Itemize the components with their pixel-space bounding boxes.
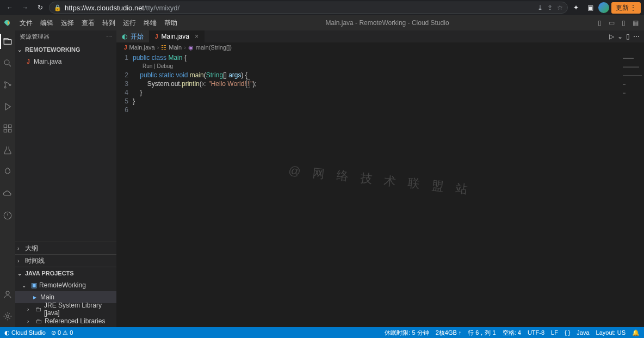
svg-point-0 xyxy=(4,60,9,65)
code-editor[interactable]: 123456 public class Main { Run | Debug p… xyxy=(116,52,644,327)
minimap[interactable]: ▬▬▬▬ ▬▬▬▬▬▬ ▬▬▬▬▬▬▬ ▬ ▬ xyxy=(606,52,644,327)
rocket-icon[interactable] xyxy=(0,164,15,180)
run-dropdown-icon[interactable]: ⌄ xyxy=(617,33,623,40)
lock-icon: 🔒 xyxy=(54,4,61,11)
split-editor-icon[interactable]: ▯ xyxy=(626,33,630,40)
search-icon[interactable] xyxy=(0,56,15,71)
menu-selection[interactable]: 选择 xyxy=(58,17,77,29)
status-cloud[interactable]: ◐ Cloud Studio xyxy=(4,329,46,336)
menu-terminal[interactable]: 终端 xyxy=(140,17,160,29)
svg-rect-7 xyxy=(9,130,11,132)
code-content[interactable]: public class Main { Run | Debug public s… xyxy=(133,52,257,327)
svg-rect-6 xyxy=(4,130,7,132)
line-numbers: 123456 xyxy=(116,52,133,327)
activity-bar xyxy=(0,30,15,327)
gear-icon[interactable] xyxy=(0,309,15,324)
testing-icon[interactable] xyxy=(0,143,15,158)
menu-edit[interactable]: 编辑 xyxy=(37,17,57,29)
svg-point-2 xyxy=(4,87,6,88)
menu-run[interactable]: 运行 xyxy=(120,17,139,29)
svg-rect-5 xyxy=(9,125,11,127)
browser-chrome: ← → ↻ 🔒 https://wx.cloudstudio.net/tty/v… xyxy=(0,0,644,15)
menu-view[interactable]: 查看 xyxy=(78,17,98,29)
status-cursor[interactable]: 行 6，列 1 xyxy=(468,329,496,337)
debug-icon[interactable] xyxy=(0,99,15,114)
jp-ref[interactable]: ›🗀Referenced Libraries xyxy=(15,315,116,327)
install-app-icon[interactable]: ⤓ xyxy=(537,4,543,11)
folder-root[interactable]: ⌄REMOTEWORKING xyxy=(15,44,116,56)
editor-area: ◐开始 JMain.java× ▷ ⌄ ▯ ⋯ JMain.java › ☷Ma… xyxy=(116,30,644,327)
menu-go[interactable]: 转到 xyxy=(99,17,119,29)
layout-secondary-icon[interactable]: ▯ xyxy=(618,19,629,27)
app-logo-icon[interactable] xyxy=(0,19,15,27)
jp-jre[interactable]: ›🗀JRE System Library [java] xyxy=(15,303,116,315)
extensions-icon[interactable]: ✦ xyxy=(570,2,582,14)
svg-point-1 xyxy=(4,82,6,83)
bookmark-icon[interactable]: ☆ xyxy=(557,4,563,11)
sidebar: 资源管理器 ⋯ ⌄REMOTEWORKING JMain.java ›大纲 ›时… xyxy=(15,30,116,327)
window-title: Main.java - RemoteWorking - Cloud Studio xyxy=(181,19,594,27)
more-icon[interactable]: ⋯ xyxy=(106,33,112,40)
reload-button[interactable]: ↻ xyxy=(34,1,47,14)
java-projects-section[interactable]: ⌄JAVA PROJECTS xyxy=(15,267,116,279)
layout-customize-icon[interactable]: ▦ xyxy=(630,19,641,27)
layout-panel-icon[interactable]: ▭ xyxy=(606,19,617,27)
panel-icon[interactable]: ▣ xyxy=(584,2,596,14)
status-layout[interactable]: Layout: US xyxy=(596,329,626,336)
more-actions-icon[interactable]: ⋯ xyxy=(633,33,640,40)
outline-section[interactable]: ›大纲 xyxy=(15,242,116,254)
menu-file[interactable]: 文件 xyxy=(16,17,36,29)
svg-point-9 xyxy=(6,291,9,294)
status-specs[interactable]: 2核4GB ↑ xyxy=(436,329,462,337)
run-button[interactable]: ▷ xyxy=(609,33,614,40)
explorer-icon[interactable] xyxy=(0,34,15,49)
forward-button[interactable]: → xyxy=(18,1,32,14)
layout-primary-icon[interactable]: ▯ xyxy=(594,19,605,27)
svg-rect-4 xyxy=(4,125,7,127)
status-eol[interactable]: LF xyxy=(551,329,558,336)
timeline-section[interactable]: ›时间线 xyxy=(15,255,116,267)
status-lang[interactable]: Java xyxy=(577,329,589,336)
close-icon[interactable]: × xyxy=(195,33,199,40)
menu-bar: 文件 编辑 选择 查看 转到 运行 终端 帮助 xyxy=(15,17,181,29)
breadcrumb[interactable]: JMain.java › ☷Main › ◉main(String[]) xyxy=(116,42,644,52)
tab-bar: ◐开始 JMain.java× ▷ ⌄ ▯ ⋯ xyxy=(116,30,644,42)
status-encoding[interactable]: UTF-8 xyxy=(528,329,544,336)
url-text: https://wx.cloudstudio.net/tty/vmixyd/ xyxy=(65,4,534,12)
status-sleep[interactable]: 休眠时限: 5 分钟 xyxy=(385,329,429,337)
source-control-icon[interactable] xyxy=(0,77,15,93)
share-icon[interactable]: ⇪ xyxy=(547,4,553,11)
status-problems[interactable]: ⊘ 0 ⚠ 0 xyxy=(51,329,73,336)
extensions-view-icon[interactable] xyxy=(0,121,15,136)
sidebar-header: 资源管理器 ⋯ xyxy=(15,30,116,42)
update-button[interactable]: 更新⋮ xyxy=(611,2,641,14)
title-bar: 文件 编辑 选择 查看 转到 运行 终端 帮助 Main.java - Remo… xyxy=(0,15,644,30)
jp-root[interactable]: ⌄▣RemoteWorking xyxy=(15,279,116,291)
address-bar[interactable]: 🔒 https://wx.cloudstudio.net/tty/vmixyd/… xyxy=(49,2,568,14)
codelens[interactable]: Run | Debug xyxy=(133,62,257,71)
notifications-icon[interactable]: 🔔 xyxy=(632,329,640,336)
tab-main-java[interactable]: JMain.java× xyxy=(150,30,205,42)
status-indent[interactable]: 空格: 4 xyxy=(503,329,521,337)
profile-avatar[interactable] xyxy=(598,2,609,13)
menu-help[interactable]: 帮助 xyxy=(161,17,181,29)
status-brackets[interactable]: { } xyxy=(565,329,570,336)
cloud-icon[interactable] xyxy=(0,186,15,201)
account-icon[interactable] xyxy=(0,287,15,302)
status-bar: ◐ Cloud Studio ⊘ 0 ⚠ 0 休眠时限: 5 分钟 2核4GB … xyxy=(0,327,644,338)
file-main-java[interactable]: JMain.java xyxy=(15,56,116,67)
tab-start[interactable]: ◐开始 xyxy=(116,30,150,42)
power-icon[interactable] xyxy=(0,208,15,223)
back-button[interactable]: ← xyxy=(3,1,16,14)
svg-point-10 xyxy=(7,315,9,318)
